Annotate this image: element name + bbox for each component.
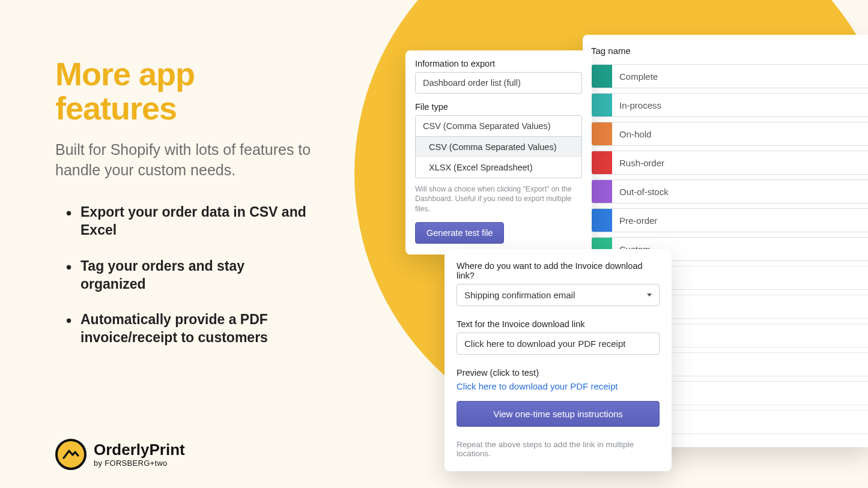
feature-bullets: Export your order data in CSV and Excel …: [55, 203, 314, 347]
tag-label: Rush-order: [612, 158, 664, 168]
generate-test-file-button[interactable]: Generate test file: [415, 222, 504, 244]
export-help-text: Will show a choice when clicking "Export…: [415, 184, 582, 214]
logo-name: OrderlyPrint: [94, 442, 185, 457]
file-type-option-xlsx[interactable]: XLSX (Excel Spreadsheet): [416, 157, 581, 178]
invoice-link-panel: Where do you want to add the Invoice dow…: [445, 249, 672, 471]
tag-label: Complete: [612, 71, 658, 82]
tag-swatch: [592, 151, 612, 174]
file-type-option-csv[interactable]: CSV (Comma Separated Values): [416, 137, 581, 157]
logo-byline: by FORSBERG+two: [94, 459, 185, 468]
bullet-export: Export your order data in CSV and Excel: [55, 203, 314, 239]
info-to-export-select[interactable]: Dashboard order list (full): [415, 72, 582, 94]
tag-label: Out-of-stock: [612, 187, 669, 197]
tag-swatch: [592, 180, 612, 203]
headline: More app features: [55, 57, 314, 125]
tag-row-rush-order[interactable]: Rush-order: [591, 151, 868, 175]
invoice-location-value: Shipping confirmation email: [464, 290, 575, 300]
view-setup-instructions-button[interactable]: View one-time setup instructions: [457, 401, 660, 427]
tag-row-on-hold[interactable]: On-hold: [591, 122, 868, 146]
invoice-location-select[interactable]: Shipping confirmation email: [457, 284, 660, 306]
tag-row-complete[interactable]: Complete: [591, 64, 868, 88]
export-panel: Information to export Dashboard order li…: [405, 50, 592, 255]
file-type-options: CSV (Comma Separated Values) XLSX (Excel…: [415, 137, 582, 178]
tag-row-pre-order[interactable]: Pre-order: [591, 208, 868, 232]
subheadline: Built for Shopify with lots of features …: [55, 140, 314, 181]
repeat-steps-note: Repeat the above steps to add the link i…: [457, 440, 660, 458]
tag-row-out-of-stock[interactable]: Out-of-stock: [591, 179, 868, 203]
invoice-link-text-label: Text for the Invoice download link: [457, 319, 660, 329]
tag-swatch: [592, 122, 612, 145]
bullet-tag: Tag your orders and stay organized: [55, 258, 314, 294]
brand-logo: OrderlyPrint by FORSBERG+two: [55, 439, 185, 470]
file-type-select[interactable]: CSV (Comma Separated Values): [415, 115, 582, 137]
file-type-label: File type: [415, 102, 582, 112]
tag-label: Pre-order: [612, 215, 657, 226]
tag-row-in-process[interactable]: In-process: [591, 93, 868, 117]
chevron-down-icon: [647, 294, 652, 297]
preview-label: Preview (click to test): [457, 368, 660, 378]
invoice-location-label: Where do you want to add the Invoice dow…: [457, 261, 660, 280]
tag-swatch: [592, 65, 612, 88]
tag-label: In-process: [612, 100, 661, 110]
logo-badge-icon: [55, 439, 86, 470]
bullet-invoice: Automatically provide a PDF invoice/rece…: [55, 311, 314, 347]
tag-label: On-hold: [612, 129, 651, 139]
info-to-export-label: Information to export: [415, 59, 582, 68]
tag-swatch: [592, 209, 612, 232]
tag-panel-title: Tag name: [591, 46, 868, 56]
preview-download-link[interactable]: Click here to download your PDF receipt: [457, 381, 660, 391]
tag-swatch: [592, 94, 612, 116]
invoice-link-text-input[interactable]: Click here to download your PDF receipt: [457, 333, 660, 355]
